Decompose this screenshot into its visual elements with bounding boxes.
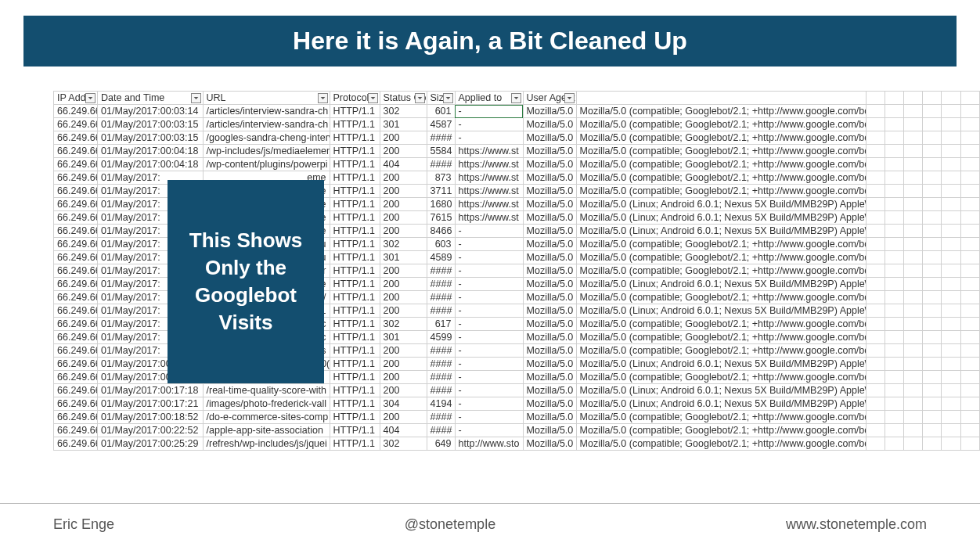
- cell-empty[interactable]: [960, 225, 979, 238]
- cell-empty[interactable]: [942, 397, 960, 411]
- cell-applied-to[interactable]: -: [455, 264, 523, 278]
- cell-applied-to[interactable]: https://www.st: [455, 145, 523, 158]
- cell-empty[interactable]: [866, 118, 885, 131]
- cell-empty[interactable]: [866, 437, 885, 451]
- cell-user-agent[interactable]: Mozilla/5.0 (Linux; Android 6.0.1; Nexus…: [523, 358, 576, 371]
- cell-ip[interactable]: 66.249.66.: [54, 304, 98, 318]
- cell-empty[interactable]: [885, 145, 903, 158]
- cell-ip[interactable]: 66.249.66.: [54, 264, 98, 278]
- cell-empty[interactable]: [923, 437, 942, 451]
- cell-size[interactable]: 4589: [427, 251, 455, 264]
- cell-status[interactable]: 200: [380, 211, 427, 225]
- cell-status[interactable]: 302: [380, 238, 427, 251]
- cell-ip[interactable]: 66.249.66.: [54, 371, 98, 384]
- cell-user-agent-full[interactable]: Mozilla/5.0 (Linux; Android 6.0.1; Nexus…: [576, 304, 866, 318]
- cell-empty[interactable]: [960, 171, 979, 185]
- cell-empty[interactable]: [923, 131, 942, 145]
- cell-applied-to[interactable]: -: [455, 278, 523, 291]
- cell-user-agent-full[interactable]: Mozilla/5.0 (compatible; Googlebot/2.1; …: [576, 264, 866, 278]
- cell-empty[interactable]: [866, 304, 885, 318]
- cell-size[interactable]: 3711: [427, 185, 455, 198]
- cell-empty[interactable]: [923, 158, 942, 171]
- cell-datetime[interactable]: 01/May/2017:00:03:15: [98, 131, 204, 145]
- cell-empty[interactable]: [885, 251, 903, 264]
- cell-user-agent[interactable]: Mozilla/5.0 (compatible; Googlebot/2.1; …: [523, 158, 576, 171]
- cell-empty[interactable]: [866, 384, 885, 397]
- cell-user-agent-full[interactable]: Mozilla/5.0 (compatible; Googlebot/2.1; …: [576, 437, 866, 451]
- cell-empty[interactable]: [866, 424, 885, 437]
- cell-size[interactable]: 5584: [427, 145, 455, 158]
- cell-size[interactable]: ####: [427, 358, 455, 371]
- cell-applied-to[interactable]: -: [455, 291, 523, 304]
- cell-ip[interactable]: 66.249.66.: [54, 225, 98, 238]
- cell-ip[interactable]: 66.249.66.: [54, 384, 98, 397]
- cell-empty[interactable]: [866, 411, 885, 424]
- cell-empty[interactable]: [960, 291, 979, 304]
- cell-size[interactable]: ####: [427, 131, 455, 145]
- cell-applied-to[interactable]: -: [455, 344, 523, 358]
- cell-ip[interactable]: 66.249.66.: [54, 411, 98, 424]
- cell-empty[interactable]: [904, 198, 923, 211]
- cell-empty[interactable]: [960, 211, 979, 225]
- cell-user-agent[interactable]: Mozilla/5.0 (compatible; Googlebot/2.1; …: [523, 185, 576, 198]
- cell-empty[interactable]: [942, 344, 960, 358]
- cell-empty[interactable]: [866, 344, 885, 358]
- cell-applied-to[interactable]: https://www.st: [455, 171, 523, 185]
- cell-empty[interactable]: [904, 424, 923, 437]
- cell-user-agent[interactable]: Mozilla/5.0 (Linux; Android 6.0.1; Nexus…: [523, 198, 576, 211]
- cell-user-agent[interactable]: Mozilla/5.0 (compatible; Googlebot/2.1; …: [523, 171, 576, 185]
- cell-user-agent[interactable]: Mozilla/5.0 (compatible; Googlebot/2.1; …: [523, 131, 576, 145]
- cell-ip[interactable]: 66.249.66.: [54, 318, 98, 331]
- cell-empty[interactable]: [866, 251, 885, 264]
- cell-applied-to[interactable]: -: [455, 105, 523, 118]
- cell-empty[interactable]: [923, 331, 942, 344]
- cell-user-agent[interactable]: Mozilla/5.0 (compatible; Googlebot/2.1; …: [523, 291, 576, 304]
- cell-empty[interactable]: [960, 371, 979, 384]
- cell-empty[interactable]: [942, 171, 960, 185]
- cell-url[interactable]: /real-time-quality-score-with: [203, 384, 330, 397]
- cell-ip[interactable]: 66.249.66.: [54, 131, 98, 145]
- cell-empty[interactable]: [942, 145, 960, 158]
- cell-datetime[interactable]: 01/May/2017:00:18:52: [98, 411, 204, 424]
- cell-empty[interactable]: [866, 131, 885, 145]
- cell-url[interactable]: /articles/interview-sandra-ch: [203, 118, 330, 131]
- cell-empty[interactable]: [866, 145, 885, 158]
- cell-status[interactable]: 200: [380, 411, 427, 424]
- cell-url[interactable]: /images/photo-frederick-vall: [203, 397, 330, 411]
- cell-ip[interactable]: 66.249.66.: [54, 158, 98, 171]
- cell-empty[interactable]: [904, 145, 923, 158]
- cell-empty[interactable]: [942, 318, 960, 331]
- cell-empty[interactable]: [904, 171, 923, 185]
- cell-empty[interactable]: [923, 318, 942, 331]
- cell-empty[interactable]: [960, 238, 979, 251]
- cell-user-agent[interactable]: Mozilla/5.0 (Linux; Android 6.0.1; Nexus…: [523, 304, 576, 318]
- cell-ip[interactable]: 66.249.66.: [54, 358, 98, 371]
- cell-size[interactable]: ####: [427, 344, 455, 358]
- cell-user-agent-full[interactable]: Mozilla/5.0 (Linux; Android 6.0.1; Nexus…: [576, 278, 866, 291]
- cell-empty[interactable]: [885, 424, 903, 437]
- cell-user-agent[interactable]: Mozilla/5.0 (Linux; Android 6.0.1; Nexus…: [523, 211, 576, 225]
- cell-status[interactable]: 200: [380, 344, 427, 358]
- cell-protocol[interactable]: HTTP/1.1: [330, 371, 380, 384]
- cell-user-agent[interactable]: Mozilla/5.0 (compatible; Googlebot/2.1; …: [523, 118, 576, 131]
- cell-empty[interactable]: [923, 358, 942, 371]
- cell-protocol[interactable]: HTTP/1.1: [330, 145, 380, 158]
- cell-user-agent[interactable]: Mozilla/5.0 (compatible; Googlebot/2.1; …: [523, 105, 576, 118]
- cell-empty[interactable]: [942, 291, 960, 304]
- cell-empty[interactable]: [866, 211, 885, 225]
- cell-empty[interactable]: [904, 185, 923, 198]
- cell-datetime[interactable]: 01/May/2017:00:04:18: [98, 145, 204, 158]
- cell-status[interactable]: 200: [380, 225, 427, 238]
- cell-empty[interactable]: [904, 278, 923, 291]
- cell-empty[interactable]: [866, 105, 885, 118]
- cell-size[interactable]: 617: [427, 318, 455, 331]
- cell-user-agent[interactable]: Mozilla/5.0 (compatible; Googlebot/2.1; …: [523, 251, 576, 264]
- cell-empty[interactable]: [923, 145, 942, 158]
- cell-ip[interactable]: 66.249.66.: [54, 278, 98, 291]
- cell-empty[interactable]: [866, 278, 885, 291]
- cell-empty[interactable]: [942, 225, 960, 238]
- cell-ip[interactable]: 66.249.66.: [54, 105, 98, 118]
- cell-url[interactable]: /wp-includes/js/mediaelemen: [203, 145, 330, 158]
- cell-status[interactable]: 200: [380, 131, 427, 145]
- cell-status[interactable]: 404: [380, 424, 427, 437]
